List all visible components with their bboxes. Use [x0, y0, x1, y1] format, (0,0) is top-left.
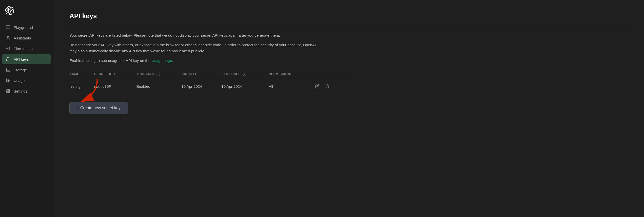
sidebar-item-usage[interactable]: Usage: [2, 75, 51, 85]
svg-rect-3: [6, 59, 10, 61]
sidebar-navigation: Playground Assistants Fine-tuning API ke…: [0, 22, 53, 96]
sidebar-item-fine-tuning-label: Fine-tuning: [14, 47, 33, 51]
usage-icon: [6, 78, 11, 83]
cell-name: testing: [69, 79, 94, 94]
table-body: testingsk-...q35FEnabled10 Apr 202410 Ap…: [69, 79, 348, 94]
cell-permissions: All: [269, 79, 314, 94]
description-section: Your secret API keys are listed below. P…: [69, 32, 318, 64]
openai-logo-icon: [5, 6, 14, 15]
cell-actions: [314, 79, 348, 94]
cell-last-used: 10 Apr 2024: [221, 79, 269, 94]
svg-point-2: [7, 48, 9, 49]
sidebar-item-playground-label: Playground: [14, 25, 33, 30]
description-text-3: Enable tracking to see usage per API key…: [69, 58, 318, 64]
sidebar-item-assistants[interactable]: Assistants: [2, 33, 51, 43]
cell-created: 10 Apr 2024: [182, 79, 222, 94]
sidebar-item-api-keys[interactable]: API keys: [2, 54, 51, 64]
main-content: API keys Your secret API keys are listed…: [53, 0, 644, 217]
svg-rect-0: [6, 26, 10, 28]
create-button-section: + Create new secret key: [69, 102, 128, 114]
usage-page-link[interactable]: Usage page: [151, 58, 172, 63]
col-header-actions: [314, 70, 348, 79]
apikeys-icon: [6, 57, 11, 62]
table-header: NAME SECRET KEY TRACKING i CREATED LAST …: [69, 70, 348, 79]
delete-key-button[interactable]: [324, 83, 331, 90]
last-used-info-icon: i: [243, 73, 246, 76]
svg-rect-5: [6, 79, 7, 82]
logo: [0, 4, 53, 22]
description-text-3-suffix: .: [172, 58, 173, 63]
col-header-last-used: LAST USED i: [221, 70, 269, 79]
monitor-icon: [6, 25, 11, 30]
description-text-1: Your secret API keys are listed below. P…: [69, 32, 318, 38]
sidebar-item-api-keys-label: API keys: [14, 57, 29, 61]
tracking-info-icon: i: [157, 73, 160, 76]
svg-point-1: [7, 36, 9, 38]
col-header-secret-key: SECRET KEY: [94, 70, 136, 79]
sidebar-item-storage[interactable]: Storage: [2, 65, 51, 75]
table-row: testingsk-...q35FEnabled10 Apr 202410 Ap…: [69, 79, 348, 94]
assistants-icon: [6, 35, 11, 40]
col-header-created: CREATED: [182, 70, 222, 79]
edit-key-button[interactable]: [314, 83, 321, 90]
cell-secret-key: sk-...q35F: [94, 79, 136, 94]
col-header-permissions: PERMISSIONS: [269, 70, 314, 79]
sidebar-item-fine-tuning[interactable]: Fine-tuning: [2, 44, 51, 54]
settings-icon: [6, 89, 11, 94]
cell-tracking: Enabled: [136, 79, 182, 94]
sidebar-item-usage-label: Usage: [14, 78, 25, 83]
col-header-name: NAME: [69, 70, 94, 79]
svg-rect-7: [9, 80, 10, 82]
sidebar-item-playground[interactable]: Playground: [2, 22, 51, 32]
svg-point-8: [8, 91, 9, 92]
create-new-secret-key-button[interactable]: + Create new secret key: [69, 102, 128, 114]
sidebar-item-settings[interactable]: Settings: [2, 86, 51, 96]
storage-icon: [6, 67, 11, 72]
page-title: API keys: [69, 12, 628, 20]
api-keys-table: NAME SECRET KEY TRACKING i CREATED LAST …: [69, 70, 348, 94]
sidebar-item-settings-label: Settings: [14, 89, 27, 93]
description-text-3-prefix: Enable tracking to see usage per API key…: [69, 58, 151, 63]
finetuning-icon: [6, 46, 11, 51]
col-header-tracking: TRACKING i: [136, 70, 182, 79]
title-divider: [69, 26, 628, 26]
sidebar: Playground Assistants Fine-tuning API ke…: [0, 0, 53, 217]
sidebar-item-storage-label: Storage: [14, 68, 27, 72]
svg-rect-6: [8, 80, 9, 82]
sidebar-item-assistants-label: Assistants: [14, 36, 31, 40]
svg-point-4: [6, 68, 10, 69]
description-text-2: Do not share your API key with others, o…: [69, 42, 318, 54]
